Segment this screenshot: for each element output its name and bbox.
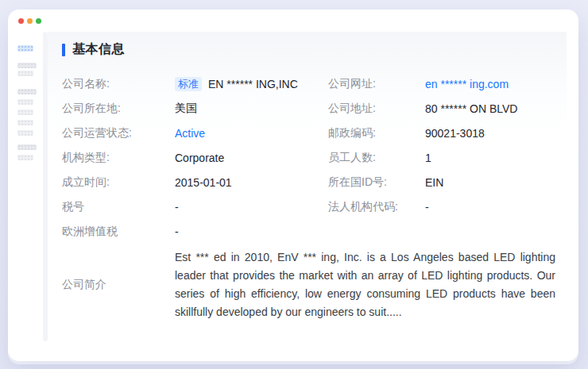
zoom-window-icon[interactable]	[36, 18, 41, 24]
company-profile-text: Est *** ed in 2010, EnV *** ing, Inc. is…	[175, 248, 555, 321]
company-name-value: 标准EN ****** ING,INC	[175, 77, 328, 91]
company-name-label: 公司名称:	[62, 77, 175, 91]
minimize-window-icon[interactable]	[27, 18, 33, 24]
address-label: 公司地址:	[328, 102, 425, 116]
country-id-value: EIN	[425, 176, 555, 189]
sidebar-item-placeholder[interactable]	[17, 63, 37, 68]
sidebar-skeleton	[8, 32, 43, 361]
sidebar-item-placeholder[interactable]	[17, 120, 33, 125]
address-value: 80 ****** ON BLVD	[425, 102, 555, 115]
employee-count-value: 1	[425, 152, 555, 164]
company-name-text: EN ****** ING,INC	[208, 78, 298, 90]
sidebar-item-placeholder[interactable]	[17, 89, 37, 94]
panel-title: 基本信息	[62, 41, 555, 58]
operating-status-value: Active	[175, 127, 328, 140]
info-grid: 公司名称: 标准EN ****** ING,INC 公司网址: en *****…	[62, 71, 555, 244]
country-id-label: 所在国ID号:	[328, 175, 425, 190]
standard-badge: 标准	[175, 77, 202, 91]
legal-entity-code-value: -	[425, 201, 555, 213]
panel-title-text: 基本信息	[72, 41, 125, 58]
org-type-label: 机构类型:	[62, 151, 175, 165]
sidebar-item-placeholder[interactable]	[17, 110, 33, 115]
app-window: 基本信息 公司名称: 标准EN ****** ING,INC 公司网址: en …	[8, 10, 578, 361]
website-link[interactable]: en ****** ing.com	[425, 78, 555, 90]
tax-number-label: 税号	[62, 200, 175, 214]
operating-status-label: 公司运营状态:	[62, 126, 175, 140]
postal-code-label: 邮政编码:	[328, 126, 425, 140]
tax-number-value: -	[175, 201, 328, 213]
window-titlebar	[8, 10, 578, 32]
postal-code-value: 90021-3018	[425, 127, 555, 140]
company-profile-label: 公司简介	[62, 278, 175, 292]
sidebar-item-active-placeholder[interactable]	[17, 45, 33, 52]
sidebar-item-placeholder[interactable]	[17, 71, 33, 76]
eu-vat-value: -	[175, 225, 328, 238]
employee-count-label: 员工人数:	[328, 151, 425, 165]
basic-info-panel: 基本信息 公司名称: 标准EN ****** ING,INC 公司网址: en …	[48, 32, 567, 361]
title-accent-bar	[62, 44, 65, 56]
company-profile-row: 公司简介 Est *** ed in 2010, EnV *** ing, In…	[62, 248, 555, 321]
sidebar-item-placeholder[interactable]	[17, 155, 33, 160]
sidebar-item-placeholder[interactable]	[17, 99, 33, 105]
close-window-icon[interactable]	[18, 18, 24, 24]
sidebar-item-placeholder[interactable]	[17, 144, 37, 150]
founded-date-label: 成立时间:	[62, 175, 175, 190]
location-label: 公司所在地:	[62, 102, 175, 116]
website-label: 公司网址:	[328, 77, 425, 91]
founded-date-value: 2015-01-01	[175, 176, 328, 189]
window-body: 基本信息 公司名称: 标准EN ****** ING,INC 公司网址: en …	[8, 32, 578, 361]
eu-vat-label: 欧洲增值税	[62, 225, 175, 239]
location-value: 美国	[175, 102, 328, 116]
legal-entity-code-label: 法人机构代码:	[328, 200, 425, 214]
sidebar-item-placeholder[interactable]	[17, 130, 33, 136]
org-type-value: Corporate	[175, 152, 328, 164]
